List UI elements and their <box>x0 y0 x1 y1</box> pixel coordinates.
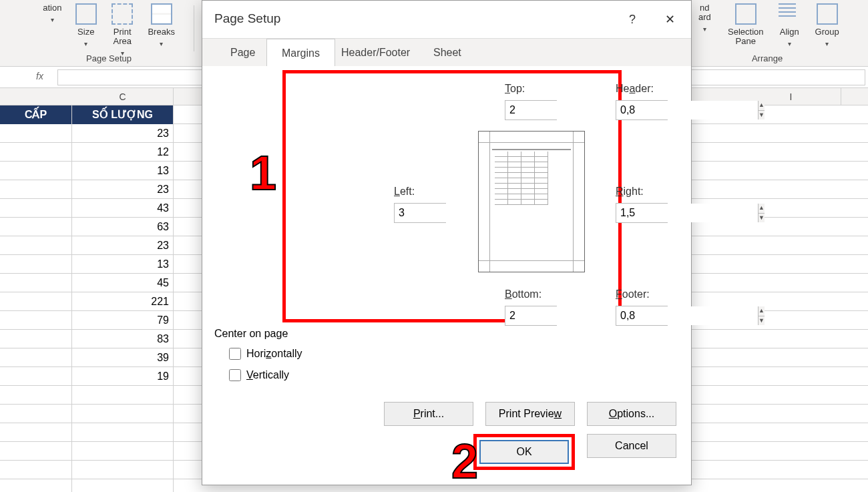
margin-right-spinner[interactable]: ▲▼ <box>616 203 668 223</box>
cell[interactable]: 63 <box>72 218 174 236</box>
ribbon-align[interactable]: Align▾ <box>772 0 807 49</box>
ribbon-breaks[interactable]: Breaks▾ <box>143 0 180 49</box>
margin-left-spinner[interactable]: ▲▼ <box>394 203 446 223</box>
cell[interactable] <box>72 461 174 479</box>
cell[interactable] <box>0 442 72 461</box>
cell[interactable] <box>0 405 72 423</box>
cell[interactable] <box>0 423 72 442</box>
cell[interactable] <box>0 124 72 143</box>
fx-icon[interactable]: fx <box>36 71 43 81</box>
tab-margins[interactable]: Margins <box>266 39 335 67</box>
print-button[interactable]: Print... <box>384 402 473 426</box>
cell[interactable]: 45 <box>72 274 174 292</box>
checkbox-horizontally-label: Horizontally <box>246 348 302 360</box>
cell[interactable]: 43 <box>72 199 174 218</box>
cell[interactable] <box>0 330 72 348</box>
cell[interactable]: 39 <box>72 348 174 367</box>
margin-header-spinner[interactable]: ▲▼ <box>616 100 668 120</box>
margin-bottom-spinner[interactable]: ▲▼ <box>505 306 557 326</box>
cell[interactable] <box>0 292 72 311</box>
cell[interactable] <box>0 218 72 236</box>
cell[interactable] <box>0 348 72 367</box>
spin-down-icon[interactable]: ▼ <box>758 214 765 223</box>
label-top: Top: <box>505 83 525 95</box>
cell[interactable] <box>0 479 72 492</box>
cell[interactable]: 13 <box>72 162 174 180</box>
size-icon <box>75 3 97 25</box>
label-center-on-page: Center on page <box>214 328 288 340</box>
cell[interactable] <box>0 461 72 479</box>
checkbox-vertically[interactable]: Vertically <box>229 369 289 381</box>
cell[interactable]: 23 <box>72 180 174 199</box>
dialog-help-button[interactable]: ? <box>619 6 646 33</box>
checkbox-horizontally-input[interactable] <box>229 348 241 360</box>
annotation-number-2: 2 <box>451 434 478 489</box>
cell[interactable] <box>72 386 174 405</box>
ribbon-print-area[interactable]: Print Area▾ <box>105 0 140 58</box>
page-setup-dialog: Page Setup ? ✕ Page Margins Header/Foote… <box>202 0 692 485</box>
annotation-box-2: OK <box>473 434 575 470</box>
margin-footer-spinner[interactable]: ▲▼ <box>616 306 668 326</box>
cell[interactable]: 13 <box>72 255 174 274</box>
cell[interactable] <box>72 423 174 442</box>
cell[interactable]: 12 <box>72 143 174 162</box>
dialog-titlebar[interactable]: Page Setup ? ✕ <box>202 1 691 38</box>
spin-down-icon[interactable]: ▼ <box>758 316 765 326</box>
cell[interactable]: 19 <box>72 367 174 386</box>
tab-page[interactable]: Page <box>216 39 270 67</box>
cell[interactable] <box>0 236 72 255</box>
checkbox-vertically-input[interactable] <box>229 369 241 381</box>
margin-top-spinner[interactable]: ▲▼ <box>505 100 557 120</box>
label-header: Header: <box>616 83 654 95</box>
spin-up-icon[interactable]: ▲ <box>758 204 765 214</box>
checkbox-vertically-label: Vertically <box>246 369 289 381</box>
cell[interactable]: 79 <box>72 311 174 330</box>
ribbon-orientation-cut[interactable]: ation▾ <box>37 0 67 25</box>
cell[interactable] <box>0 386 72 405</box>
options-button[interactable]: Options... <box>587 402 676 426</box>
margin-footer-input[interactable] <box>616 306 758 325</box>
header-qty: SỐ LƯỢNG <box>72 105 174 124</box>
cell[interactable]: 23 <box>72 124 174 143</box>
tab-sheet[interactable]: Sheet <box>419 39 476 67</box>
breaks-icon <box>151 3 172 25</box>
cell[interactable]: 83 <box>72 330 174 348</box>
label-right: Right: <box>616 186 644 198</box>
header-cap: CẤP <box>0 105 72 124</box>
annotation-number-1: 1 <box>250 146 276 200</box>
cell[interactable] <box>0 274 72 292</box>
align-icon <box>779 3 800 25</box>
print-preview-button[interactable]: Print Preview <box>485 402 575 426</box>
ribbon-group-arrange: Arrange <box>689 53 845 63</box>
checkbox-horizontally[interactable]: Horizontally <box>229 348 302 360</box>
group-icon <box>817 3 838 25</box>
cell[interactable] <box>72 405 174 423</box>
cell[interactable] <box>0 180 72 199</box>
ribbon-selection-pane[interactable]: Selection Pane <box>722 0 769 46</box>
ribbon-forward-cut[interactable]: nd ard▾ <box>690 0 719 34</box>
cancel-button[interactable]: Cancel <box>587 434 676 458</box>
ok-button[interactable]: OK <box>479 440 569 464</box>
cell[interactable] <box>0 162 72 180</box>
cell[interactable]: 221 <box>72 292 174 311</box>
ribbon-group-page-setup: Page Setup <box>32 53 186 63</box>
cell[interactable] <box>0 311 72 330</box>
dialog-title: Page Setup <box>214 11 280 26</box>
cell[interactable] <box>0 367 72 386</box>
cell[interactable] <box>72 479 174 492</box>
cell[interactable] <box>0 143 72 162</box>
spin-down-icon[interactable]: ▼ <box>758 111 765 120</box>
margin-right-input[interactable] <box>616 204 758 222</box>
col-header-c[interactable]: C <box>72 88 174 105</box>
spin-up-icon[interactable]: ▲ <box>758 101 765 111</box>
dialog-close-button[interactable]: ✕ <box>654 6 686 33</box>
margin-header-input[interactable] <box>616 101 758 119</box>
spin-up-icon[interactable]: ▲ <box>758 306 765 316</box>
ribbon-size[interactable]: Size▾ <box>70 0 102 49</box>
cell[interactable] <box>0 255 72 274</box>
cell[interactable] <box>0 199 72 218</box>
tab-header-footer[interactable]: Header/Footer <box>327 39 425 67</box>
ribbon-group[interactable]: Group▾ <box>810 0 845 49</box>
cell[interactable]: 23 <box>72 236 174 255</box>
cell[interactable] <box>72 442 174 461</box>
